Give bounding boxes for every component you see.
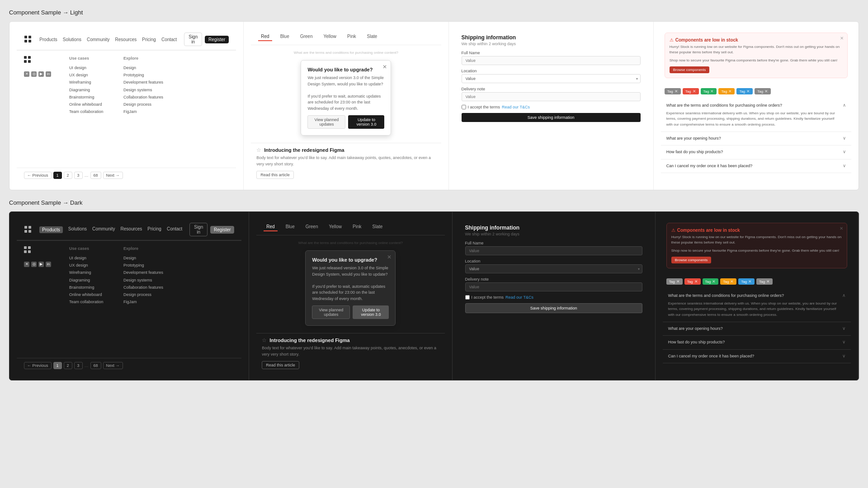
dark-tab-pink[interactable]: Pink (350, 223, 364, 231)
dark-next-button[interactable]: Next → (103, 362, 123, 369)
view-updates-button[interactable]: View planned updates (307, 115, 345, 129)
tab-green[interactable]: Green (297, 33, 316, 41)
dark-menu-fj[interactable]: FigJam (123, 298, 163, 305)
dark-tag-close-3[interactable]: ✕ (730, 279, 734, 284)
dark-location-select[interactable]: Value (465, 264, 642, 273)
dark-tag-2[interactable]: Tag ✕ (703, 278, 719, 285)
dark-page-1[interactable]: 1 (53, 362, 62, 369)
dark-read-article-button[interactable]: Read this article (262, 361, 299, 369)
tag-1[interactable]: Tag ✕ (683, 88, 699, 94)
dark-tag-5[interactable]: Tag ✕ (756, 278, 773, 285)
menu-dev-features[interactable]: Development features (123, 79, 163, 86)
prev-button[interactable]: ← Previous (24, 172, 52, 179)
tag-4[interactable]: Tag ✕ (736, 88, 753, 94)
menu-design-systems[interactable]: Design systems (123, 86, 163, 94)
dark-menu-wb[interactable]: Online whiteboard (69, 291, 105, 298)
dark-menu-ux[interactable]: UX design (69, 262, 105, 269)
dark-save-shipping-button[interactable]: Save shipping information (465, 303, 642, 313)
dark-menu-team[interactable]: Team collaboration (69, 298, 105, 305)
dark-nav-community[interactable]: Community (92, 226, 115, 233)
dark-tag-close-0[interactable]: ✕ (676, 279, 680, 284)
tab-blue[interactable]: Blue (278, 33, 292, 41)
dark-nav-solutions[interactable]: Solutions (68, 226, 87, 233)
dark-tab-green[interactable]: Green (303, 223, 321, 231)
dark-faq-item-0[interactable]: What are the terms and conditions for pu… (663, 289, 851, 322)
signin-button-light[interactable]: Sign in (184, 33, 202, 46)
menu-brainstorming[interactable]: Brainstorming (69, 94, 105, 101)
dark-nav-resources[interactable]: Resources (121, 226, 142, 233)
dark-tab-yellow[interactable]: Yellow (326, 223, 344, 231)
social-x-icon[interactable]: ✕ (24, 71, 29, 77)
dark-menu-dp[interactable]: Design process (123, 291, 163, 298)
page-3-button[interactable]: 3 (74, 172, 83, 179)
dark-tag-close-5[interactable]: ✕ (766, 279, 770, 284)
dark-page-last[interactable]: 68 (90, 362, 101, 369)
location-select[interactable]: Value (462, 74, 641, 83)
faq-item-3[interactable]: Can I cancel my order once it has been p… (661, 160, 851, 174)
nav-products[interactable]: Products (39, 37, 57, 42)
dark-faq-item-1[interactable]: What are your opening hours? ∨ (663, 322, 851, 336)
dark-tab-slate[interactable]: Slate (369, 223, 385, 231)
dark-menu-proto[interactable]: Prototyping (123, 262, 163, 269)
dark-terms-checkbox[interactable] (465, 295, 470, 300)
read-tc-link[interactable]: Read our T&Cs (502, 105, 530, 109)
tag-close-5[interactable]: ✕ (764, 89, 768, 94)
nav-contact[interactable]: Contact (161, 37, 177, 42)
save-shipping-button[interactable]: Save shipping information (462, 113, 641, 122)
dark-menu-design[interactable]: Design (123, 254, 163, 262)
dark-tag-1[interactable]: Tag ✕ (684, 278, 701, 285)
tag-2[interactable]: Tag ✕ (701, 88, 717, 94)
register-button-light[interactable]: Register (205, 36, 229, 43)
tag-close-1[interactable]: ✕ (693, 89, 696, 94)
tab-pink[interactable]: Pink (344, 33, 359, 41)
menu-wireframing[interactable]: Wireframing (69, 79, 105, 86)
dark-nav-contact[interactable]: Contact (167, 226, 182, 233)
dark-read-tc-link[interactable]: Read our T&Cs (505, 295, 533, 300)
dark-prev-button[interactable]: ← Previous (24, 362, 52, 369)
alert-close-button[interactable]: ✕ (840, 36, 844, 41)
delivery-input[interactable] (462, 92, 641, 101)
tab-slate[interactable]: Slate (364, 33, 380, 41)
browse-components-button[interactable]: Browse components (670, 66, 709, 73)
dark-menu-brain[interactable]: Brainstorming (69, 284, 105, 291)
next-button[interactable]: Next → (103, 172, 123, 179)
dark-modal-close[interactable]: ✕ (387, 254, 392, 260)
nav-pricing[interactable]: Pricing (142, 37, 156, 42)
dark-alert-close[interactable]: ✕ (840, 226, 843, 231)
tag-close-3[interactable]: ✕ (728, 89, 732, 94)
dark-social-yt[interactable]: ▶ (38, 262, 44, 267)
dark-tag-4[interactable]: Tag ✕ (738, 278, 755, 285)
update-button[interactable]: Update to version 3.0 (348, 115, 384, 129)
tab-yellow[interactable]: Yellow (321, 33, 339, 41)
social-ig-icon[interactable]: ◎ (31, 71, 37, 77)
dark-browse-button[interactable]: Browse components (671, 257, 711, 263)
dark-tab-red[interactable]: Red (264, 223, 277, 231)
dark-menu-wire[interactable]: Wireframing (69, 269, 105, 276)
menu-design[interactable]: Design (123, 64, 163, 71)
read-article-button[interactable]: Read this article (256, 171, 294, 179)
tag-5[interactable]: Tag ✕ (755, 88, 771, 94)
social-li-icon[interactable]: in (46, 71, 51, 77)
nav-solutions[interactable]: Solutions (63, 37, 81, 42)
menu-prototyping[interactable]: Prototyping (123, 71, 163, 79)
dark-update-button[interactable]: Update to version 3.0 (353, 305, 389, 319)
terms-checkbox[interactable] (462, 105, 466, 109)
faq-item-0[interactable]: What are the terms and conditions for pu… (661, 99, 851, 132)
register-button-dark[interactable]: Register (210, 226, 234, 234)
menu-ui-design[interactable]: UI design (69, 64, 105, 71)
social-yt-icon[interactable]: ▶ (38, 71, 44, 77)
dark-faq-item-2[interactable]: How fast do you ship products? ∨ (663, 336, 851, 350)
dark-faq-item-3[interactable]: Can I cancel my order once it has been p… (663, 350, 851, 364)
dark-social-li[interactable]: in (46, 262, 51, 267)
faq-item-2[interactable]: How fast do you ship products? ∨ (661, 145, 851, 160)
dark-menu-ui[interactable]: UI design (69, 254, 105, 262)
menu-ux-design[interactable]: UX design (69, 71, 105, 79)
nav-community[interactable]: Community (87, 37, 110, 42)
dark-page-2[interactable]: 2 (64, 362, 72, 369)
dark-delivery-input[interactable] (465, 282, 642, 291)
dark-menu-ds[interactable]: Design systems (123, 277, 163, 284)
tag-3[interactable]: Tag ✕ (718, 88, 735, 94)
tag-0[interactable]: Tag ✕ (665, 88, 681, 94)
dark-menu-diag[interactable]: Diagraming (69, 277, 105, 284)
page-2-button[interactable]: 2 (64, 172, 72, 179)
